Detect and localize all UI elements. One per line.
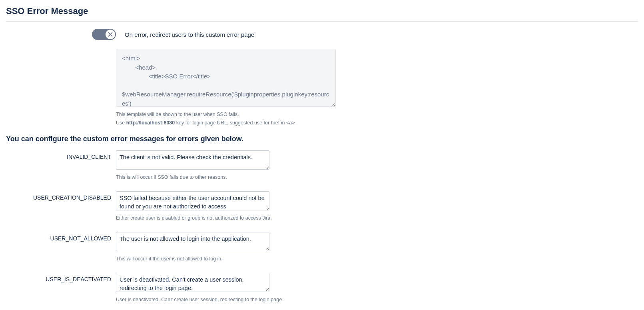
toggle-knob (106, 30, 115, 39)
user-not-allowed-help: This will occur if the user is not allow… (116, 255, 638, 263)
template-help: This template will be shown to the user … (116, 110, 638, 128)
subheading: You can configure the custom error messa… (6, 135, 638, 143)
user-is-deactivated-help: User is deactivated. Can't create user s… (116, 296, 638, 304)
invalid-client-help: This is will occur if SSO fails due to o… (116, 173, 638, 182)
template-help-line2-suffix: key for login page URL, suggested use fo… (175, 120, 297, 126)
close-icon (108, 32, 113, 37)
toggle-description: On error, redirect users to this custom … (125, 31, 254, 38)
page-title: SSO Error Message (6, 6, 638, 16)
invalid-client-textarea[interactable] (116, 150, 269, 170)
template-help-line2-prefix: Use (116, 120, 126, 126)
user-not-allowed-label: USER_NOT_ALLOWED (6, 232, 116, 242)
template-help-url: http://localhost:8080 (126, 120, 175, 126)
user-creation-disabled-group: USER_CREATION_DISABLED Either create use… (6, 191, 638, 222)
user-creation-disabled-label: USER_CREATION_DISABLED (6, 191, 116, 201)
template-help-line1: This template will be shown to the user … (116, 112, 239, 117)
user-creation-disabled-textarea[interactable] (116, 191, 269, 210)
invalid-client-label: INVALID_CLIENT (6, 150, 116, 160)
divider (6, 21, 638, 22)
toggle-row: On error, redirect users to this custom … (6, 29, 638, 40)
redirect-toggle[interactable] (92, 29, 116, 40)
invalid-client-group: INVALID_CLIENT This is will occur if SSO… (6, 150, 638, 182)
user-creation-disabled-help: Either create user is disabled or group … (116, 214, 638, 222)
user-not-allowed-textarea[interactable] (116, 232, 269, 251)
user-is-deactivated-group: USER_IS_DEACTIVATED User is deactivated.… (6, 273, 638, 304)
template-row: This template will be shown to the user … (6, 49, 638, 128)
user-is-deactivated-textarea[interactable] (116, 273, 269, 292)
user-is-deactivated-label: USER_IS_DEACTIVATED (6, 273, 116, 282)
error-template-textarea[interactable] (116, 49, 336, 107)
user-not-allowed-group: USER_NOT_ALLOWED This will occur if the … (6, 232, 638, 263)
